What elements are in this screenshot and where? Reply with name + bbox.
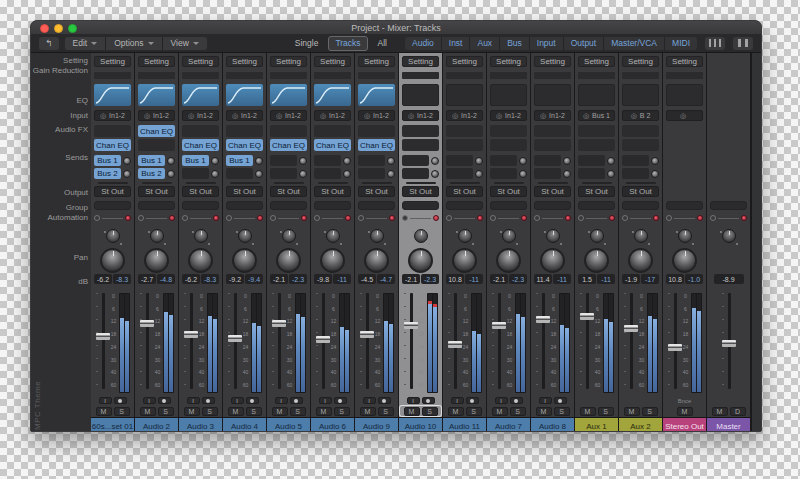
fx-slot-chan-eq[interactable]: Chan EQ: [358, 139, 395, 151]
input-monitor-button[interactable]: I: [99, 397, 112, 404]
send-slot[interactable]: [446, 168, 483, 179]
input-monitor-button[interactable]: I: [495, 397, 508, 404]
fader[interactable]: [536, 290, 549, 392]
group-slot[interactable]: [710, 201, 747, 210]
send-level-knob[interactable]: [431, 157, 439, 165]
input-slot[interactable]: ◎In1-2: [534, 110, 571, 121]
input-slot[interactable]: ◎In1-2: [270, 110, 307, 121]
send-level-knob[interactable]: [123, 157, 131, 165]
trim-knob[interactable]: [326, 229, 340, 243]
send-slot[interactable]: [534, 155, 571, 166]
trim-knob[interactable]: [634, 229, 648, 243]
peak-value[interactable]: -11: [333, 274, 351, 284]
output-slot[interactable]: St Out: [182, 186, 219, 197]
peak-value[interactable]: -11: [597, 274, 615, 284]
volume-value[interactable]: -2.1: [490, 274, 508, 284]
setting-button[interactable]: Setting: [578, 56, 615, 67]
peak-value[interactable]: -9.4: [245, 274, 263, 284]
group-slot[interactable]: [666, 201, 703, 210]
send-slot[interactable]: [314, 155, 351, 166]
automation-widget[interactable]: [666, 215, 703, 221]
peak-value[interactable]: -2.3: [421, 274, 439, 284]
send-level-knob[interactable]: [607, 170, 615, 178]
send-level-knob[interactable]: [387, 170, 395, 178]
fx-slot-empty[interactable]: [578, 125, 615, 137]
record-enable-button[interactable]: [246, 397, 259, 404]
output-slot[interactable]: St Out: [578, 186, 615, 197]
filter-master-vca[interactable]: Master/VCA: [604, 37, 665, 50]
channel-strip-10[interactable]: Setting◎In1-2St Out-2.1-2.30612182430406…: [487, 53, 531, 432]
pan-knob[interactable]: [320, 248, 345, 273]
send-level-knob[interactable]: [343, 157, 351, 165]
setting-button[interactable]: Setting: [182, 56, 219, 67]
channel-strip-4[interactable]: Setting◎In1-2Chan EQBus 1St Out-9.2-9.40…: [223, 53, 267, 432]
input-monitor-button[interactable]: I: [539, 397, 552, 404]
mute-button[interactable]: M: [536, 407, 552, 416]
mute-button[interactable]: M: [677, 407, 693, 416]
zoom-icon[interactable]: [68, 24, 77, 33]
output-slot[interactable]: St Out: [490, 186, 527, 197]
pan-knob[interactable]: [232, 248, 257, 273]
eq-empty-slot[interactable]: [446, 84, 483, 106]
record-enable-button[interactable]: [334, 397, 347, 404]
group-slot[interactable]: [138, 201, 175, 210]
setting-button[interactable]: Setting: [534, 56, 571, 67]
fader-cap[interactable]: [580, 313, 594, 320]
close-icon[interactable]: [40, 24, 49, 33]
setting-button[interactable]: Setting: [490, 56, 527, 67]
track-name[interactable]: Audio 4: [223, 418, 266, 432]
send-slot[interactable]: [578, 155, 615, 166]
fx-slot-empty[interactable]: [534, 125, 571, 137]
record-enable-button[interactable]: [202, 397, 215, 404]
send-empty-label[interactable]: [578, 168, 605, 179]
track-name[interactable]: Audio 3: [179, 418, 222, 432]
channel-strip-2[interactable]: Setting◎In1-2Chan EQBus 1Bus 2St Out-2.7…: [135, 53, 179, 432]
peak-value[interactable]: -11: [553, 274, 571, 284]
fx-slot-chan-eq[interactable]: Chan EQ: [182, 139, 219, 151]
channel-strip-6[interactable]: Setting◎In1-2Chan EQSt Out-9.8-110612182…: [311, 53, 355, 432]
menu-options[interactable]: Options: [106, 37, 162, 50]
group-slot[interactable]: [94, 201, 131, 210]
send-empty-label[interactable]: [402, 168, 429, 179]
fader-cap[interactable]: [316, 336, 330, 343]
fx-slot-empty[interactable]: [402, 125, 439, 137]
input-monitor-button[interactable]: I: [275, 397, 288, 404]
pan-knob[interactable]: [452, 248, 477, 273]
send-level-knob[interactable]: [299, 170, 307, 178]
input-slot[interactable]: ◎In1-2: [446, 110, 483, 121]
fx-slot-empty[interactable]: [138, 139, 175, 151]
fader-cap[interactable]: [96, 333, 110, 340]
fader-cap[interactable]: [140, 320, 154, 327]
pan-knob[interactable]: [628, 248, 653, 273]
peak-value[interactable]: -8.3: [201, 274, 219, 284]
group-slot[interactable]: [402, 201, 439, 210]
input-monitor-button[interactable]: I: [187, 397, 200, 404]
solo-button[interactable]: S: [202, 407, 218, 416]
send-empty-label[interactable]: [578, 155, 605, 166]
send-slot[interactable]: [402, 168, 439, 179]
volume-value[interactable]: -9.8: [314, 274, 332, 284]
output-slot[interactable]: St Out: [358, 186, 395, 197]
send-bus-label[interactable]: Bus 2: [94, 168, 121, 179]
record-enable-button[interactable]: [554, 397, 567, 404]
setting-button[interactable]: Setting: [402, 56, 439, 67]
record-enable-button[interactable]: [422, 397, 435, 404]
channel-strip-13[interactable]: Setting◎B 2St Out-1.9-1706121824304060MS…: [619, 53, 663, 432]
send-slot[interactable]: [446, 155, 483, 166]
fx-slot-empty[interactable]: [94, 125, 131, 137]
send-level-knob[interactable]: [519, 157, 527, 165]
group-slot[interactable]: [314, 201, 351, 210]
pan-knob[interactable]: [584, 248, 609, 273]
track-name[interactable]: Audio 11: [443, 418, 486, 432]
send-slot[interactable]: Bus 2: [138, 168, 175, 179]
automation-widget[interactable]: [710, 215, 747, 221]
track-name[interactable]: Master: [707, 418, 750, 432]
setting-button[interactable]: Setting: [270, 56, 307, 67]
input-slot[interactable]: ◎: [666, 110, 703, 121]
mute-button[interactable]: M: [448, 407, 464, 416]
send-slot[interactable]: [578, 168, 615, 179]
peak-value[interactable]: -2.3: [509, 274, 527, 284]
automation-widget[interactable]: [358, 215, 395, 221]
peak-value[interactable]: -2.3: [289, 274, 307, 284]
send-bus-label[interactable]: Bus 1: [182, 155, 209, 166]
